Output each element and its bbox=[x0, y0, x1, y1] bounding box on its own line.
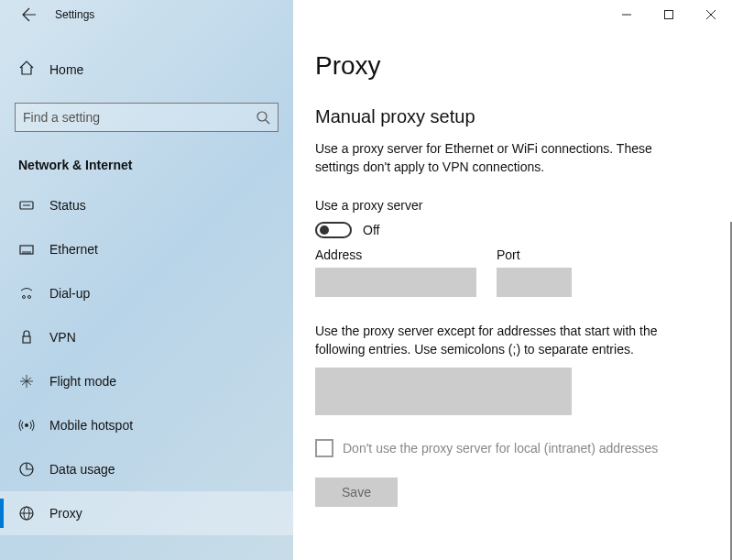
vpn-icon bbox=[18, 329, 35, 346]
ethernet-icon bbox=[18, 241, 35, 258]
sidebar: Settings Home Network & Internet Status … bbox=[0, 0, 293, 560]
sidebar-item-label: Dial-up bbox=[49, 286, 90, 301]
local-bypass-checkbox[interactable] bbox=[315, 439, 333, 457]
close-button[interactable] bbox=[690, 0, 732, 29]
titlebar-left: Settings bbox=[0, 0, 293, 29]
main-pane: Proxy Manual proxy setup Use a proxy ser… bbox=[293, 0, 732, 560]
sidebar-item-label: Proxy bbox=[49, 506, 82, 521]
sidebar-item-hotspot[interactable]: Mobile hotspot bbox=[0, 403, 293, 447]
titlebar-right bbox=[293, 0, 732, 29]
svg-point-5 bbox=[23, 296, 26, 299]
globe-icon bbox=[18, 505, 35, 522]
sidebar-item-dialup[interactable]: Dial-up bbox=[0, 271, 293, 315]
search-box[interactable] bbox=[15, 103, 279, 132]
save-button[interactable]: Save bbox=[315, 478, 398, 507]
port-label: Port bbox=[497, 247, 572, 262]
sidebar-item-flightmode[interactable]: Flight mode bbox=[0, 359, 293, 403]
home-label: Home bbox=[49, 62, 83, 77]
use-proxy-label: Use a proxy server bbox=[315, 198, 695, 213]
app-title: Settings bbox=[55, 8, 94, 21]
status-icon bbox=[18, 197, 35, 214]
home-icon bbox=[18, 60, 35, 80]
toggle-knob bbox=[320, 225, 329, 235]
content-area: Proxy Manual proxy setup Use a proxy ser… bbox=[293, 29, 732, 560]
svg-point-8 bbox=[25, 423, 28, 427]
section-desc: Use a proxy server for Ethernet or WiFi … bbox=[315, 140, 695, 176]
svg-point-6 bbox=[28, 296, 31, 299]
sidebar-item-label: Status bbox=[49, 198, 86, 213]
sidebar-item-status[interactable]: Status bbox=[0, 183, 293, 227]
exceptions-desc: Use the proxy server except for addresse… bbox=[315, 323, 695, 358]
sidebar-item-datausage[interactable]: Data usage bbox=[0, 447, 293, 491]
maximize-icon bbox=[664, 10, 673, 19]
datausage-icon bbox=[18, 461, 35, 478]
exceptions-input[interactable] bbox=[315, 368, 572, 415]
use-proxy-toggle[interactable] bbox=[315, 222, 352, 238]
maximize-button[interactable] bbox=[648, 0, 690, 29]
close-icon bbox=[706, 10, 716, 19]
sidebar-item-proxy[interactable]: Proxy bbox=[0, 491, 293, 535]
search-icon bbox=[256, 110, 270, 125]
sidebar-item-label: VPN bbox=[49, 330, 76, 345]
address-label: Address bbox=[315, 247, 476, 262]
hotspot-icon bbox=[18, 417, 35, 434]
section-header: Network & Internet bbox=[18, 158, 293, 172]
local-bypass-label: Don't use the proxy server for local (in… bbox=[343, 441, 658, 456]
sidebar-item-label: Mobile hotspot bbox=[49, 418, 133, 433]
sidebar-item-label: Ethernet bbox=[49, 242, 98, 257]
sidebar-item-vpn[interactable]: VPN bbox=[0, 315, 293, 359]
home-nav[interactable]: Home bbox=[0, 51, 293, 88]
svg-line-1 bbox=[266, 120, 269, 124]
section-title: Manual proxy setup bbox=[315, 106, 695, 127]
airplane-icon bbox=[18, 373, 35, 390]
minimize-icon bbox=[622, 10, 631, 19]
sidebar-item-ethernet[interactable]: Ethernet bbox=[0, 227, 293, 271]
arrow-left-icon bbox=[22, 7, 37, 22]
toggle-state: Off bbox=[363, 223, 379, 237]
svg-rect-14 bbox=[665, 11, 673, 19]
search-input[interactable] bbox=[23, 110, 256, 125]
minimize-button[interactable] bbox=[606, 0, 648, 29]
svg-rect-7 bbox=[23, 336, 30, 343]
address-input[interactable] bbox=[315, 268, 476, 297]
port-input[interactable] bbox=[497, 268, 572, 297]
sidebar-item-label: Data usage bbox=[49, 462, 115, 477]
back-button[interactable] bbox=[15, 0, 44, 29]
page-title: Proxy bbox=[315, 51, 695, 81]
svg-point-0 bbox=[257, 112, 267, 121]
sidebar-item-label: Flight mode bbox=[49, 374, 116, 389]
dialup-icon bbox=[18, 285, 35, 302]
